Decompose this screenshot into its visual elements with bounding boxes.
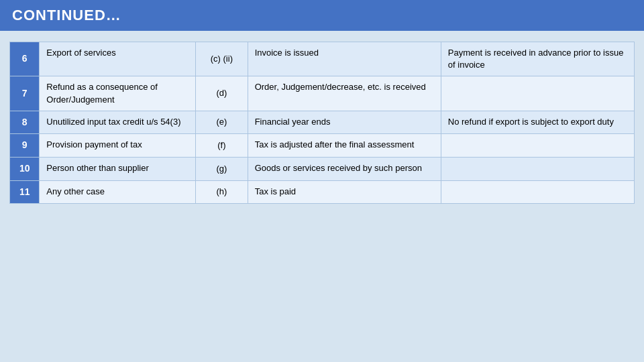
row-trigger: Goods or services received by such perso… — [248, 157, 441, 180]
row-number: 7 — [10, 76, 40, 111]
row-number: 6 — [10, 42, 40, 76]
row-note — [441, 134, 634, 158]
row-number: 11 — [10, 180, 40, 204]
table-row: 11 Any other case (h) Tax is paid — [10, 180, 635, 204]
row-code: (c) (ii) — [196, 42, 248, 76]
page-title: CONTINUED… — [0, 0, 644, 31]
row-code: (f) — [196, 134, 248, 158]
row-description: Unutilized input tax credit u/s 54(3) — [40, 111, 196, 134]
row-code: (d) — [196, 76, 248, 111]
main-table: 6 Export of services (c) (ii) Invoice is… — [9, 42, 635, 204]
main-content: 6 Export of services (c) (ii) Invoice is… — [0, 31, 644, 215]
row-description: Provision payment of tax — [40, 134, 196, 158]
row-note — [441, 76, 634, 111]
row-trigger: Invoice is issued — [248, 42, 441, 76]
row-trigger: Financial year ends — [248, 111, 441, 134]
row-code: (g) — [196, 157, 248, 180]
row-number: 10 — [10, 157, 40, 180]
row-note — [441, 157, 634, 180]
table-row: 8 Unutilized input tax credit u/s 54(3) … — [10, 111, 635, 134]
row-trigger: Order, Judgement/decrease, etc. is recei… — [248, 76, 441, 111]
row-description: Person other than supplier — [40, 157, 196, 180]
row-description: Export of services — [40, 42, 196, 76]
row-description: Any other case — [40, 180, 196, 204]
row-number: 9 — [10, 134, 40, 158]
row-trigger: Tax is adjusted after the final assessme… — [248, 134, 441, 158]
table-row: 9 Provision payment of tax (f) Tax is ad… — [10, 134, 635, 158]
row-code: (e) — [196, 111, 248, 134]
row-description: Refund as a consequence of Order/Judgeme… — [40, 76, 196, 111]
table-row: 6 Export of services (c) (ii) Invoice is… — [10, 42, 635, 76]
table-row: 7 Refund as a consequence of Order/Judge… — [10, 76, 635, 111]
row-note: No refund if export is subject to export… — [441, 111, 634, 134]
row-note: Payment is received in advance prior to … — [441, 42, 634, 76]
row-number: 8 — [10, 111, 40, 134]
row-code: (h) — [196, 180, 248, 204]
header: CONTINUED… — [0, 0, 644, 31]
row-note — [441, 180, 634, 204]
row-trigger: Tax is paid — [248, 180, 441, 204]
table-row: 10 Person other than supplier (g) Goods … — [10, 157, 635, 180]
